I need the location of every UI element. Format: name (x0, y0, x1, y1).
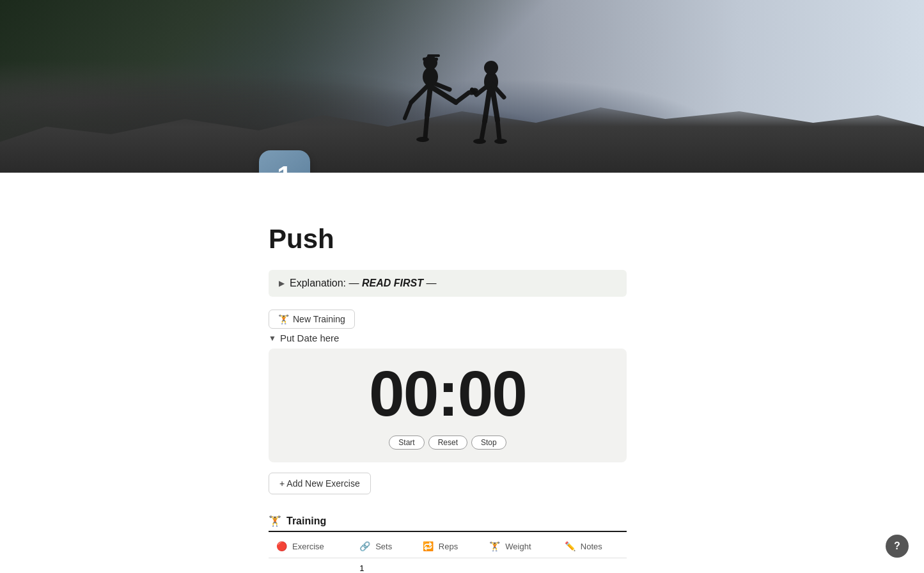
hero-silhouettes (373, 26, 552, 153)
date-toggle[interactable]: ▼ Put Date here (269, 333, 627, 343)
explanation-text: Explanation: — READ FIRST — (290, 278, 436, 289)
main-content: Push ▶ Explanation: — READ FIRST — 🏋 New… (256, 173, 639, 573)
reps-cell[interactable] (415, 558, 482, 574)
notes-col-label: Notes (581, 542, 602, 551)
explanation-label: Explanation: (290, 278, 346, 288)
notes-col-icon: ✏️ (565, 541, 576, 551)
sets-cell[interactable]: 1 (352, 558, 415, 574)
page-icon-wrapper: 1 (259, 150, 310, 173)
explanation-arrow: ▶ (279, 279, 285, 288)
exercise-cell[interactable] (269, 558, 352, 574)
training-dumbbell-icon: 🏋 (269, 515, 281, 527)
exercise-col-icon: 🔴 (276, 541, 287, 551)
date-toggle-arrow: ▼ (269, 334, 276, 343)
notes-cell[interactable] (557, 558, 627, 574)
weight-cell[interactable] (482, 558, 556, 574)
add-exercise-label: + Add New Exercise (279, 478, 360, 489)
svg-line-21 (493, 92, 497, 120)
svg-point-14 (484, 61, 498, 75)
exercise-table: 🔴 Exercise 🔗 Sets 🔁 Reps (269, 535, 627, 573)
explanation-block[interactable]: ▶ Explanation: — READ FIRST — (269, 270, 627, 297)
page-title: Push (269, 224, 627, 255)
training-label: Training (286, 515, 326, 527)
svg-line-19 (482, 122, 485, 139)
explanation-dash-open: — (349, 278, 362, 288)
reps-col-icon: 🔁 (423, 541, 434, 551)
timer-controls: Start Reset Stop (281, 436, 614, 450)
col-notes: ✏️ Notes (557, 535, 627, 558)
sets-col-label: Sets (375, 542, 392, 551)
page-number: 1 (277, 161, 292, 173)
new-training-label: New Training (293, 314, 345, 324)
sets-col-icon: 🔗 (359, 541, 370, 551)
svg-line-7 (427, 86, 430, 115)
timer-block: 00:00 Start Reset Stop (269, 349, 627, 462)
col-weight: 🏋 Weight (482, 535, 556, 558)
timer-display: 00:00 (281, 361, 614, 425)
new-training-button[interactable]: 🏋 New Training (269, 310, 355, 329)
svg-rect-2 (423, 58, 438, 61)
svg-rect-3 (427, 54, 440, 57)
timer-reset-button[interactable]: Reset (428, 436, 467, 450)
table-header: 🔴 Exercise 🔗 Sets 🔁 Reps (269, 535, 627, 558)
svg-line-5 (405, 102, 411, 118)
timer-start-button[interactable]: Start (389, 436, 424, 450)
add-exercise-button[interactable]: + Add New Exercise (269, 473, 371, 494)
help-button[interactable]: ? (886, 535, 909, 558)
table-row: 1 (269, 558, 627, 574)
col-reps: 🔁 Reps (415, 535, 482, 558)
date-label: Put Date here (280, 333, 340, 343)
svg-line-22 (497, 120, 499, 139)
weight-col-icon: 🏋 (489, 541, 500, 551)
date-section: ▼ Put Date here 00:00 Start Reset Stop (269, 333, 627, 462)
training-header: 🏋 Training (269, 515, 627, 532)
training-section: 🏋 Training 🔴 Exercise 🔗 Sets (269, 515, 627, 573)
table-body: 1 (269, 558, 627, 574)
col-exercise: 🔴 Exercise (269, 535, 352, 558)
col-sets: 🔗 Sets (352, 535, 415, 558)
explanation-italic: READ FIRST (362, 278, 423, 288)
svg-line-11 (456, 93, 469, 102)
svg-line-8 (425, 115, 427, 137)
explanation-dash-close: — (426, 278, 436, 288)
page-number-icon: 1 (259, 150, 310, 173)
timer-stop-button[interactable]: Stop (471, 436, 506, 450)
weight-col-label: Weight (505, 542, 531, 551)
exercise-col-label: Exercise (292, 542, 324, 551)
reps-col-label: Reps (439, 542, 458, 551)
table-header-row: 🔴 Exercise 🔗 Sets 🔁 Reps (269, 535, 627, 558)
hero-image: 1 (0, 0, 924, 173)
svg-point-23 (494, 139, 507, 144)
svg-line-18 (485, 92, 489, 122)
svg-point-20 (473, 139, 486, 144)
dumbbell-icon: 🏋 (278, 314, 289, 324)
svg-point-9 (416, 137, 429, 142)
help-label: ? (894, 540, 900, 552)
